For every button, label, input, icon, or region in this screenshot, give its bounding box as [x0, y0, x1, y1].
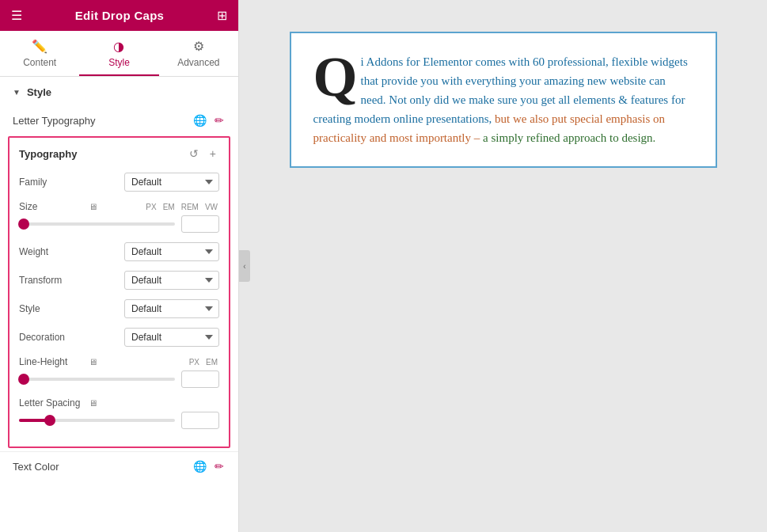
letter-spacing-slider-row — [19, 412, 219, 429]
line-height-unit-px[interactable]: PX — [188, 357, 201, 367]
text-color-label: Text Color — [13, 461, 59, 473]
letter-typography-label: Letter Typography — [13, 115, 96, 127]
size-row-top: Size 🖥 PX EM REM VW — [19, 201, 219, 212]
style-section-header[interactable]: ▼ Style — [0, 77, 238, 108]
typography-add-button[interactable]: + — [207, 146, 219, 162]
typography-actions: ↺ + — [186, 146, 219, 162]
tabs-bar: ✏️ Content ◑ Style ⚙ Advanced — [0, 31, 238, 77]
page-title: Edit Drop Caps — [75, 9, 165, 22]
unit-px[interactable]: PX — [144, 202, 158, 212]
tab-advanced[interactable]: ⚙ Advanced — [159, 31, 238, 76]
text-color-pencil-icon[interactable]: ✏ — [213, 458, 226, 474]
typography-panel: Typography ↺ + Family Default — [8, 136, 230, 448]
weight-label: Weight — [19, 246, 82, 257]
decoration-control: Default — [124, 328, 219, 347]
family-select[interactable]: Default — [124, 173, 219, 192]
family-row: Family Default — [19, 173, 219, 192]
tab-style[interactable]: ◑ Style — [79, 31, 158, 76]
text-color-icons: 🌐 ✏ — [192, 458, 226, 474]
line-height-slider-row — [19, 370, 219, 388]
size-slider-row — [19, 215, 219, 233]
transform-label: Transform — [19, 275, 82, 286]
letter-spacing-label: Letter Spacing — [19, 397, 82, 408]
style-tab-icon: ◑ — [113, 39, 124, 54]
line-height-unit-em[interactable]: EM — [204, 357, 219, 367]
style-select[interactable]: Default — [124, 299, 219, 318]
main-content: ‹ Q i Addons for Elementor comes with 60… — [239, 0, 767, 532]
text-color-row: Text Color 🌐 ✏ — [0, 451, 238, 481]
monitor-icon: 🖥 — [89, 202, 97, 211]
decoration-row: Decoration Default — [19, 328, 219, 347]
content-text: i Addons for Elementor comes with 60 pro… — [313, 55, 688, 144]
typography-title: Typography — [19, 148, 77, 160]
style-row: Style Default — [19, 299, 219, 318]
pencil-icon[interactable]: ✏ — [213, 112, 226, 128]
letter-spacing-row: Letter Spacing 🖥 — [19, 397, 219, 429]
unit-em[interactable]: EM — [161, 202, 177, 212]
tab-advanced-label: Advanced — [177, 57, 219, 68]
size-units: PX EM REM VW — [144, 202, 219, 212]
tab-content-label: Content — [23, 57, 56, 68]
letter-typography-icons: 🌐 ✏ — [192, 112, 226, 128]
line-height-monitor-icon: 🖥 — [89, 357, 97, 367]
content-text-green: a simply refined approach to design. — [483, 131, 655, 144]
weight-control: Default — [124, 242, 219, 261]
letter-spacing-slider[interactable] — [19, 419, 175, 422]
letter-spacing-row-top: Letter Spacing 🖥 — [19, 397, 219, 408]
decoration-select[interactable]: Default — [124, 328, 219, 347]
collapse-handle[interactable]: ‹ — [239, 250, 250, 282]
line-height-row-top: Line-Height 🖥 PX EM — [19, 356, 219, 367]
content-box: Q i Addons for Elementor comes with 60 p… — [290, 32, 717, 168]
section-arrow-icon: ▼ — [13, 88, 21, 97]
transform-control: Default — [124, 271, 219, 290]
family-label: Family — [19, 177, 82, 188]
line-height-thumb[interactable] — [18, 374, 29, 385]
weight-select[interactable]: Default — [124, 242, 219, 261]
style-field-label: Style — [19, 303, 82, 314]
letter-spacing-input[interactable] — [181, 412, 219, 429]
style-control: Default — [124, 299, 219, 318]
family-control: Default — [124, 173, 219, 192]
style-section-label: Style — [27, 86, 51, 98]
drop-cap-letter: Q — [313, 52, 358, 98]
typography-header: Typography ↺ + — [19, 146, 219, 162]
globe-icon[interactable]: 🌐 — [192, 112, 208, 128]
size-slider[interactable] — [19, 222, 175, 226]
size-input[interactable] — [181, 215, 219, 233]
advanced-tab-icon: ⚙ — [193, 39, 204, 54]
letter-spacing-monitor-icon: 🖥 — [89, 398, 97, 408]
letter-spacing-thumb[interactable] — [44, 415, 55, 426]
tab-style-label: Style — [108, 57, 130, 68]
line-height-slider[interactable] — [19, 378, 175, 381]
sidebar: ☰ Edit Drop Caps ⊞ ✏️ Content ◑ Style ⚙ … — [0, 0, 239, 532]
line-height-units: PX EM — [188, 357, 219, 367]
decoration-label: Decoration — [19, 332, 82, 343]
transform-select[interactable]: Default — [124, 271, 219, 290]
typography-reset-button[interactable]: ↺ — [186, 146, 202, 162]
letter-typography-row: Letter Typography 🌐 ✏ — [0, 108, 238, 133]
size-row: Size 🖥 PX EM REM VW — [19, 201, 219, 233]
line-height-input[interactable] — [181, 370, 219, 388]
text-color-globe-icon[interactable]: 🌐 — [192, 458, 208, 474]
unit-rem[interactable]: REM — [180, 202, 200, 212]
grid-icon[interactable]: ⊞ — [217, 8, 227, 23]
transform-row: Transform Default — [19, 271, 219, 290]
line-height-row: Line-Height 🖥 PX EM — [19, 356, 219, 388]
tab-content[interactable]: ✏️ Content — [0, 31, 79, 76]
sidebar-content: ▼ Style Letter Typography 🌐 ✏ Typography… — [0, 77, 238, 532]
size-label: Size — [19, 201, 82, 212]
sidebar-header: ☰ Edit Drop Caps ⊞ — [0, 0, 238, 31]
content-tab-icon: ✏️ — [32, 39, 47, 54]
line-height-label: Line-Height — [19, 356, 82, 367]
weight-row: Weight Default — [19, 242, 219, 261]
size-slider-thumb[interactable] — [18, 218, 29, 230]
hamburger-icon[interactable]: ☰ — [11, 8, 22, 23]
unit-vw[interactable]: VW — [203, 202, 219, 212]
